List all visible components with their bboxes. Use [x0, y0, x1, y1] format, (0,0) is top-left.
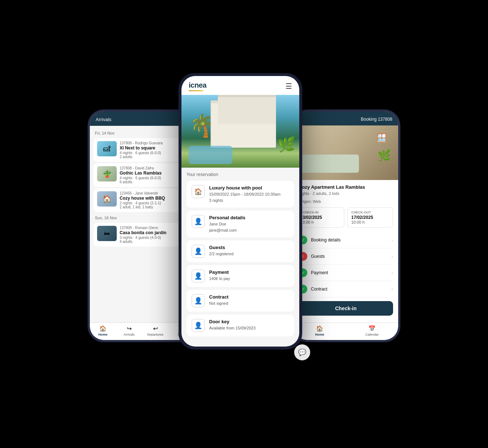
room-image: 🌿 🪟	[293, 125, 398, 180]
res-content-guests: Guests 2/2 registered	[209, 245, 289, 257]
logo-text: icnea	[189, 81, 207, 89]
nav-arrivals-label: Arrivals	[124, 333, 135, 336]
res-contract-title: Contract	[209, 294, 289, 300]
booking-card[interactable]: 🛏 137809 - Romain Glenn Casa bonita con …	[93, 223, 191, 247]
sofa	[301, 155, 359, 173]
booking-id: 137809 - Romain Glenn	[120, 226, 187, 230]
res-name: Jane Doe	[209, 221, 289, 227]
booking-detail-2: 6 adults	[120, 180, 187, 184]
arrivals-title: Arrivals	[96, 117, 111, 122]
booking-detail-2: 2 adult, 1 kid, 1 baby	[120, 205, 187, 209]
nav-departures[interactable]: ↩ Departures	[142, 325, 168, 336]
departures-icon: ↩	[153, 325, 158, 332]
res-payment-title: Payment	[209, 269, 289, 275]
home-icon-right: 🏠	[316, 325, 323, 332]
menu-contract-label: Contract	[311, 287, 391, 292]
res-content-personal: Personal details Jane Doe jane@mail.com	[209, 215, 289, 233]
checkin-date: 3/02/2025	[303, 215, 340, 220]
res-doorkey-title: Door key	[209, 319, 289, 324]
booking-detail-2: 2 adults	[120, 155, 187, 159]
checkout-time: 10:00 h	[351, 220, 389, 224]
booking-detail-1: 4 nights · 6 guests (6-0-0)	[120, 151, 187, 155]
center-header: icnea ☰	[181, 76, 299, 95]
checkin-box: CHECK-IN 3/02/2025 3:00 h	[299, 207, 344, 228]
res-content-doorkey: Door key Available from 15/09/2023	[209, 319, 289, 331]
logo: icnea	[189, 81, 207, 91]
booking-detail-1: 2 nights · 4 guests (2-1-1)	[120, 201, 187, 205]
right-phone: Booking 137808 🌿 🪟 Cozy Apartment Las Ra…	[291, 109, 400, 342]
res-guests-title: Guests	[209, 245, 289, 250]
tree-icon: 🌿	[277, 136, 296, 153]
checkout-label: CHECK-OUT	[351, 211, 389, 214]
menu-guests-label: Guests	[311, 254, 391, 259]
res-card-payment[interactable]: 👤 Payment 140€ to pay	[187, 265, 294, 287]
property-sub1: nights · 2 adults, 2 kids	[299, 191, 393, 196]
res-doorkey-avail: Available from 15/09/2023	[209, 325, 289, 331]
booking-info: 137808 - Rodrigo Guevara XI Next to squa…	[120, 141, 187, 159]
res-content-contract: Contract Not signed	[209, 294, 289, 307]
booking-info: 137809 - Romain Glenn Casa bonita con ja…	[120, 226, 187, 244]
res-card-contract[interactable]: 👤 Contract Not signed	[187, 290, 294, 312]
arrivals-icon: ↪	[127, 325, 132, 332]
booking-detail-2: 4 adults	[120, 240, 187, 244]
right-hero: 🌿 🪟	[293, 125, 398, 180]
booking-name: Gothic Las Ramblas	[120, 171, 187, 176]
menu-contract[interactable]: ✓ Contract ›	[299, 281, 393, 297]
booking-name: Casa bonita con jardín	[120, 230, 187, 235]
building-floor	[218, 95, 276, 124]
booking-card[interactable]: 🏠 123456 - Jane Valverde Cozy house with…	[93, 188, 191, 212]
menu-booking-details[interactable]: ✓ Booking details ›	[299, 232, 393, 248]
center-body: Your reservation 🏠 Luxury house with poo…	[181, 168, 299, 347]
nav-cal-right-label: Calendar	[365, 333, 379, 336]
res-card-personal[interactable]: 👤 Personal details Jane Doe jane@mail.co…	[187, 211, 294, 237]
hamburger-menu[interactable]: ☰	[285, 82, 292, 91]
booking-name: Cozy house with BBQ	[120, 196, 187, 201]
hero-image: 🌴 🌿	[181, 95, 299, 168]
checkin-button[interactable]: Check-in	[299, 301, 393, 316]
plant-icon: 🌿	[377, 149, 391, 162]
booking-id: 123456 - Jane Valverde	[120, 191, 187, 195]
nav-departures-label: Departures	[147, 333, 164, 336]
booking-name: XI Next to square	[120, 145, 187, 151]
booking-detail-1: 3 nights · 4 guests (4-0-0)	[120, 236, 187, 240]
booking-thumb: 🛋	[97, 141, 117, 156]
booking-id: 137808 - Rodrigo Guevara	[120, 141, 187, 145]
booking-title: Booking 137808	[361, 117, 392, 122]
menu-guests[interactable]: ! Guests ›	[299, 248, 393, 265]
res-card-property[interactable]: 🏠 Luxury house with pool 15/09/2022 15pm…	[187, 181, 294, 208]
res-personal-title: Personal details	[209, 215, 289, 220]
booking-thumb: 🏠	[97, 191, 117, 207]
menu-payment-label: Payment	[311, 270, 391, 275]
dates-row: CHECK-IN 3/02/2025 3:00 h CHECK-OUT 17/0…	[299, 207, 393, 228]
menu-payment[interactable]: ✓ Payment ›	[299, 265, 393, 281]
booking-card[interactable]: 🪴 137808 - David Zafra Gothic Las Rambla…	[93, 163, 191, 187]
chat-bubble-button[interactable]: 💬	[294, 344, 310, 360]
property-sub2: Origen: Web	[299, 199, 393, 204]
logo-underline	[189, 90, 203, 91]
guests-icon: 👤	[192, 245, 205, 258]
booking-card[interactable]: 🛋 137808 - Rodrigo Guevara XI Next to sq…	[93, 138, 191, 162]
lamp-icon: 🪟	[376, 133, 387, 143]
nav-home-label: Home	[98, 333, 107, 336]
center-phone: icnea ☰ 🌴 🌿 Your reservation 🏠 Luxury ho…	[179, 73, 302, 349]
nav-calendar-right[interactable]: 📅 Calendar	[346, 325, 398, 336]
nav-home-right-label: Home	[315, 333, 324, 336]
nav-home[interactable]: 🏠 Home	[90, 325, 116, 336]
booking-detail-1: 4 nights · 6 guests (6-0-0)	[120, 176, 187, 180]
right-bottom-nav: 🏠 Home 📅 Calendar	[293, 323, 398, 340]
nav-arrivals[interactable]: ↪ Arrivals	[116, 325, 142, 336]
res-card-doorkey[interactable]: 👤 Door key Available from 15/09/2023	[187, 315, 294, 336]
checkout-box: CHECK-OUT 17/02/2025 10:00 h	[347, 207, 393, 228]
chevron-right-icon: ›	[391, 270, 393, 276]
booking-info: 137808 - David Zafra Gothic Las Ramblas …	[120, 166, 187, 184]
doorkey-icon: 👤	[192, 319, 205, 332]
property-icon: 🏠	[192, 185, 205, 198]
pool	[189, 146, 232, 164]
booking-id: 137808 - David Zafra	[120, 166, 187, 170]
checkout-date: 17/02/2025	[351, 215, 389, 220]
res-card-guests[interactable]: 👤 Guests 2/2 registered	[187, 240, 294, 262]
chevron-right-icon: ›	[391, 253, 393, 259]
personal-icon: 👤	[192, 215, 205, 228]
res-title: Luxury house with pool	[209, 185, 289, 191]
res-dates: 15/09/2022 15pm - 18/09/2022 10:30am	[209, 191, 289, 197]
